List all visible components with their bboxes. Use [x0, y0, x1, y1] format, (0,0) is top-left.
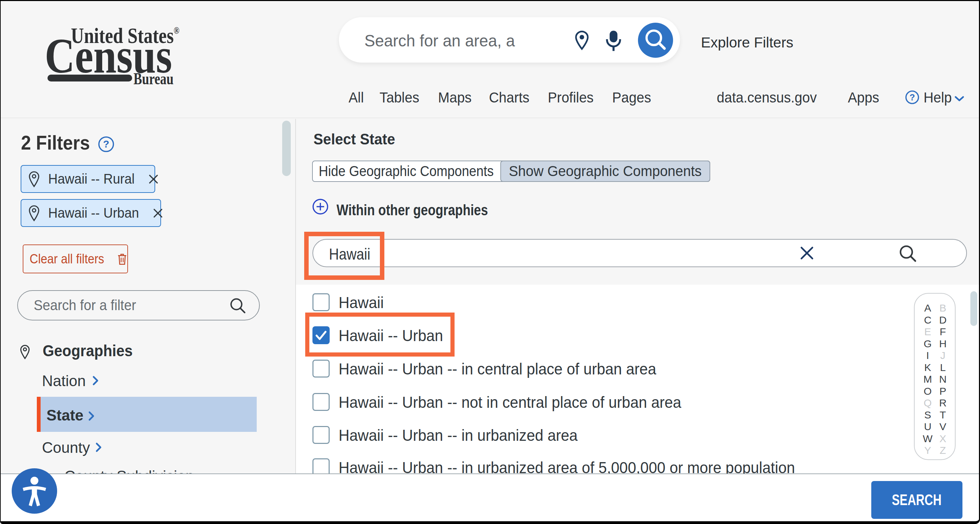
svg-text:?: ?: [103, 138, 110, 149]
svg-text:?: ?: [910, 92, 915, 102]
